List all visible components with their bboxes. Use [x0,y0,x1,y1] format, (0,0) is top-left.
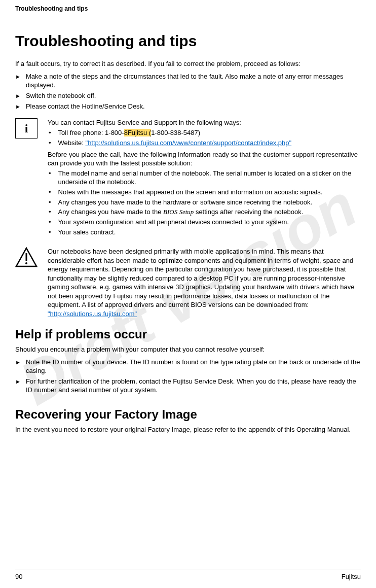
warning-body: Our notebooks have been designed primari… [48,248,355,308]
before-call-text: Before you place the call, have the foll… [48,150,361,168]
warning-box: Our notebooks have been designed primari… [15,247,361,320]
info-item-prefix: Any changes you have made to the [58,208,163,216]
info-item-text: Your system configuration and all periph… [58,218,361,227]
contact-phone: Toll free phone: 1-800-8Fujitsu (1-800-8… [48,129,361,137]
contact-list: Toll free phone: 1-800-8Fujitsu (1-800-8… [48,129,361,148]
info-intro: You can contact Fujitsu Service and Supp… [48,118,361,127]
info-item-suffix: settings after receiving the notebook. [194,208,303,216]
page-number: 90 [15,573,22,580]
help-step-item: For further clarification of the problem… [15,377,361,395]
help-step-text: For further clarification of the problem… [26,377,361,395]
step-item: Please contact the Hotline/Service Desk. [15,102,361,111]
footer-brand: Fujitsu [342,573,361,580]
info-item-text: The model name and serial number of the … [58,169,361,187]
help-steps-list: Note the ID number of your device. The I… [15,358,361,395]
help-step-item: Note the ID number of your device. The I… [15,358,361,375]
website-label: Website: [58,139,86,147]
info-items-list: The model name and serial number of the … [48,169,361,237]
step-item: Make a note of the steps and the circums… [15,73,361,90]
main-title: Troubleshooting and tips [15,32,361,50]
contact-website: Website: "http://solutions.us.fujitsu.co… [48,139,361,148]
page-footer: 90 Fujitsu [15,570,361,580]
info-item: Any changes you have made to the hardwar… [48,198,361,207]
info-item: Any changes you have made to the BIOS Se… [48,208,361,217]
warning-text: Our notebooks have been designed primari… [48,247,361,318]
main-steps-list: Make a note of the steps and the circums… [15,73,361,111]
intro-text: If a fault occurs, try to correct it as … [15,60,361,68]
info-item-text: Notes with the messages that appeared on… [58,188,361,197]
recovery-text: In the event you need to restore your or… [15,426,361,434]
warning-icon [15,247,37,267]
recovery-section-title: Recovering your Factory Image [15,407,361,422]
help-intro: Should you encounter a problem with your… [15,345,361,354]
info-box: i You can contact Fujitsu Service and Su… [15,118,361,239]
page-header: Troubleshooting and tips [15,5,361,12]
bios-setup-term: BIOS Setup [163,208,194,216]
drivers-link[interactable]: "http://solutions.us.fujitsu.com" [48,310,137,318]
phone-highlight: 8Fujitsu ( [124,129,151,136]
info-item: Your system configuration and all periph… [48,218,361,227]
help-step-text: Note the ID number of your device. The I… [26,358,361,375]
info-item: Notes with the messages that appeared on… [48,188,361,197]
support-link[interactable]: "http://solutions.us.fujitsu.com/www/con… [86,139,292,147]
step-text: Make a note of the steps and the circums… [26,73,361,90]
info-item-text: Any changes you have made to the hardwar… [58,198,361,207]
info-item-text: Your sales contract. [58,228,361,237]
svg-point-2 [25,262,27,264]
step-text: Please contact the Hotline/Service Desk. [26,102,361,111]
warning-content: Our notebooks have been designed primari… [48,247,361,320]
info-content: You can contact Fujitsu Service and Supp… [48,118,361,239]
phone-label: Toll free phone: 1-800- [58,129,124,136]
info-item: The model name and serial number of the … [48,169,361,187]
info-item: Your sales contract. [48,228,361,237]
help-section-title: Help if problems occur [15,327,361,341]
info-icon: i [15,118,37,139]
step-item: Switch the notebook off. [15,92,361,100]
step-text: Switch the notebook off. [26,92,361,100]
phone-end: 1-800-838-5487) [151,129,200,136]
